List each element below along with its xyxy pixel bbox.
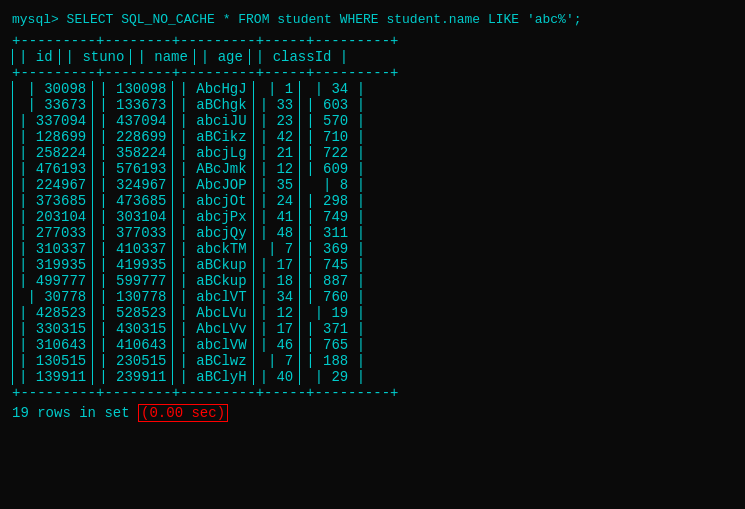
table-row: | 258224| 358224| abcjLg| 21| 722 |: [13, 145, 372, 161]
cell-2: | abckTM: [173, 241, 253, 257]
cell-2: | AbcJOP: [173, 177, 253, 193]
col-header-classid: | classId |: [249, 49, 354, 65]
cell-3: | 18: [253, 273, 300, 289]
table-row: | 130515| 230515| aBClwz| 7| 188 |: [13, 353, 372, 369]
header-row: | id | stuno | name | age | classId |: [13, 49, 355, 65]
cell-4: | 722 |: [300, 145, 371, 161]
data-table: | 30098| 130098| AbcHgJ| 1| 34 || 33673|…: [12, 81, 371, 385]
cell-4: | 369 |: [300, 241, 371, 257]
cell-0: | 476193: [13, 161, 93, 177]
cell-4: | 603 |: [300, 97, 371, 113]
table-row: | 30778| 130778| abclVT| 34| 760 |: [13, 289, 372, 305]
cell-1: | 130778: [93, 289, 173, 305]
cell-1: | 576193: [93, 161, 173, 177]
cell-2: | aBCkup: [173, 273, 253, 289]
cell-1: | 419935: [93, 257, 173, 273]
cell-4: | 29 |: [300, 369, 371, 385]
cell-2: | ABcJmk: [173, 161, 253, 177]
cell-0: | 310337: [13, 241, 93, 257]
cell-3: | 21: [253, 145, 300, 161]
cell-4: | 710 |: [300, 129, 371, 145]
cell-3: | 12: [253, 161, 300, 177]
cell-1: | 473685: [93, 193, 173, 209]
cell-2: | abcjLg: [173, 145, 253, 161]
cell-1: | 130098: [93, 81, 173, 97]
cell-1: | 599777: [93, 273, 173, 289]
cell-4: | 749 |: [300, 209, 371, 225]
cell-0: | 203104: [13, 209, 93, 225]
cell-1: | 230515: [93, 353, 173, 369]
cell-2: | abclVW: [173, 337, 253, 353]
cell-3: | 41: [253, 209, 300, 225]
table-row: | 319935| 419935| aBCkup| 17| 745 |: [13, 257, 372, 273]
cell-4: | 298 |: [300, 193, 371, 209]
cell-4: | 188 |: [300, 353, 371, 369]
cell-1: | 228699: [93, 129, 173, 145]
cell-0: | 337094: [13, 113, 93, 129]
separator-bot: +---------+--------+---------+-----+----…: [12, 385, 733, 401]
result-summary: 19 rows in set (0.00 sec): [12, 405, 733, 421]
cell-2: | AbcHgJ: [173, 81, 253, 97]
terminal-window: mysql> SELECT SQL_NO_CACHE * FROM studen…: [8, 8, 737, 425]
cell-0: | 33673: [13, 97, 93, 113]
cell-2: | abcjOt: [173, 193, 253, 209]
cell-1: | 303104: [93, 209, 173, 225]
result-table: | id | stuno | name | age | classId |: [12, 49, 354, 65]
cell-1: | 133673: [93, 97, 173, 113]
cell-3: | 17: [253, 321, 300, 337]
cell-2: | abcjPx: [173, 209, 253, 225]
cell-3: | 33: [253, 97, 300, 113]
cell-4: | 8 |: [300, 177, 371, 193]
cell-0: | 139911: [13, 369, 93, 385]
table-row: | 224967| 324967| AbcJOP| 35| 8 |: [13, 177, 372, 193]
cell-3: | 40: [253, 369, 300, 385]
cell-2: | abciJU: [173, 113, 253, 129]
separator-mid: +---------+--------+---------+-----+----…: [12, 65, 733, 81]
cell-0: | 30098: [13, 81, 93, 97]
command-line: mysql> SELECT SQL_NO_CACHE * FROM studen…: [12, 12, 733, 27]
table-row: | 499777| 599777| aBCkup| 18| 887 |: [13, 273, 372, 289]
cell-1: | 430315: [93, 321, 173, 337]
timing-badge: (0.00 sec): [138, 404, 228, 422]
cell-3: | 23: [253, 113, 300, 129]
cell-0: | 224967: [13, 177, 93, 193]
cell-3: | 17: [253, 257, 300, 273]
cell-3: | 24: [253, 193, 300, 209]
cell-0: | 258224: [13, 145, 93, 161]
col-header-stuno: | stuno: [59, 49, 131, 65]
cell-0: | 428523: [13, 305, 93, 321]
cell-1: | 324967: [93, 177, 173, 193]
cell-0: | 499777: [13, 273, 93, 289]
cell-0: | 310643: [13, 337, 93, 353]
cell-0: | 330315: [13, 321, 93, 337]
cell-3: | 48: [253, 225, 300, 241]
cell-4: | 19 |: [300, 305, 371, 321]
table-row: | 310337| 410337| abckTM| 7| 369 |: [13, 241, 372, 257]
cell-1: | 410337: [93, 241, 173, 257]
separator-top: +---------+--------+---------+-----+----…: [12, 33, 733, 49]
cell-4: | 760 |: [300, 289, 371, 305]
col-header-age: | age: [194, 49, 249, 65]
cell-2: | aBCikz: [173, 129, 253, 145]
row-count-text: 19 rows in set: [12, 405, 130, 421]
table-wrapper: +---------+--------+---------+-----+----…: [12, 33, 733, 401]
table-row: | 476193| 576193| ABcJmk| 12| 609 |: [13, 161, 372, 177]
cell-3: | 12: [253, 305, 300, 321]
cell-3: | 7: [253, 353, 300, 369]
cell-0: | 319935: [13, 257, 93, 273]
cell-3: | 46: [253, 337, 300, 353]
cell-2: | AbcLVu: [173, 305, 253, 321]
col-header-name: | name: [131, 49, 194, 65]
cell-3: | 34: [253, 289, 300, 305]
cell-4: | 887 |: [300, 273, 371, 289]
cell-2: | aBClwz: [173, 353, 253, 369]
table-row: | 330315| 430315| AbcLVv| 17| 371 |: [13, 321, 372, 337]
cell-2: | aBCkup: [173, 257, 253, 273]
cell-2: | abcjQy: [173, 225, 253, 241]
cell-1: | 377033: [93, 225, 173, 241]
cell-4: | 609 |: [300, 161, 371, 177]
table-row: | 428523| 528523| AbcLVu| 12| 19 |: [13, 305, 372, 321]
cell-2: | aBClyH: [173, 369, 253, 385]
cell-4: | 371 |: [300, 321, 371, 337]
cell-3: | 7: [253, 241, 300, 257]
